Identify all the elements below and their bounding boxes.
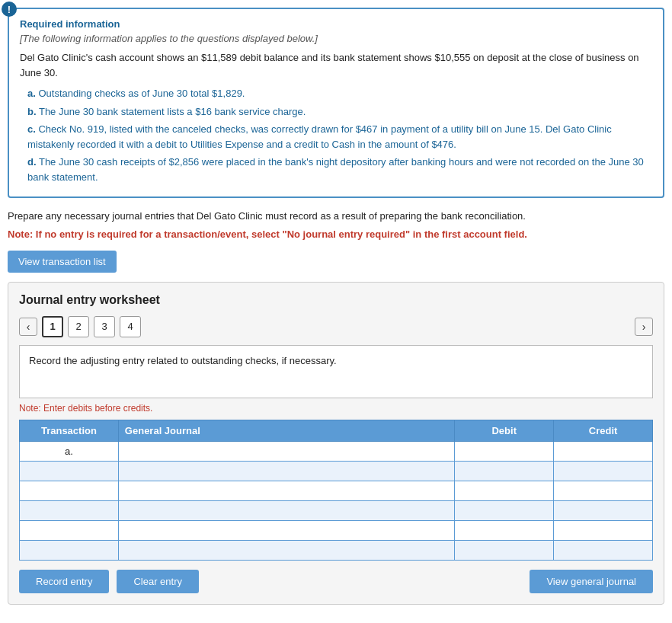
- debit-input[interactable]: [455, 462, 553, 481]
- journal-table: Transaction General Journal Debit Credit…: [19, 420, 653, 561]
- tab-2[interactable]: 2: [68, 316, 89, 337]
- debit-cell[interactable]: [455, 481, 554, 500]
- table-row: [20, 500, 653, 520]
- info-title: Required information: [20, 18, 652, 30]
- worksheet-description: Record the adjusting entry related to ou…: [19, 345, 653, 398]
- general-journal-cell[interactable]: [118, 540, 454, 560]
- credit-input[interactable]: [554, 541, 652, 560]
- credit-cell[interactable]: [554, 520, 653, 540]
- debit-cell[interactable]: [455, 461, 554, 481]
- transaction-cell: [20, 461, 119, 481]
- list-item-c: c. Check No. 919, listed with the cancel…: [27, 122, 652, 152]
- general-journal-input[interactable]: [119, 481, 454, 500]
- table-row: [20, 481, 653, 500]
- col-debit: Debit: [455, 420, 554, 441]
- general-journal-input[interactable]: [119, 442, 454, 461]
- worksheet-container: Journal entry worksheet ‹ 1 2 3 4 › Reco…: [8, 282, 664, 605]
- clear-entry-button[interactable]: Clear entry: [117, 570, 199, 593]
- tab-3[interactable]: 3: [94, 316, 115, 337]
- credit-cell[interactable]: [554, 441, 653, 461]
- tab-navigation: ‹ 1 2 3 4 ›: [19, 316, 653, 337]
- credit-cell[interactable]: [554, 481, 653, 500]
- credit-input[interactable]: [554, 442, 652, 461]
- debit-input[interactable]: [455, 481, 553, 500]
- view-transaction-button[interactable]: View transaction list: [8, 251, 117, 273]
- transaction-cell: [20, 520, 119, 540]
- debit-cell[interactable]: [455, 540, 554, 560]
- list-item-d: d. The June 30 cash receipts of $2,856 w…: [27, 155, 652, 184]
- transaction-cell: [20, 500, 119, 520]
- transaction-cell: [20, 540, 119, 560]
- note-debits: Note: Enter debits before credits.: [19, 403, 653, 414]
- table-row: a.: [20, 441, 653, 461]
- credit-input[interactable]: [554, 501, 652, 520]
- credit-input[interactable]: [554, 521, 652, 540]
- list-item-b: b. The June 30 bank statement lists a $1…: [27, 104, 652, 120]
- debit-cell[interactable]: [455, 520, 554, 540]
- credit-cell[interactable]: [554, 500, 653, 520]
- credit-cell[interactable]: [554, 540, 653, 560]
- general-journal-cell[interactable]: [118, 520, 454, 540]
- col-transaction: Transaction: [20, 420, 119, 441]
- table-row: [20, 461, 653, 481]
- credit-input[interactable]: [554, 481, 652, 500]
- instructions-note: Note: If no entry is required for a tran…: [8, 228, 664, 240]
- debit-cell[interactable]: [455, 441, 554, 461]
- info-box: ! Required information [The following in…: [8, 8, 664, 198]
- transaction-cell: [20, 481, 119, 500]
- transaction-cell: a.: [20, 441, 119, 461]
- general-journal-cell[interactable]: [118, 461, 454, 481]
- info-list: a. Outstanding checks as of June 30 tota…: [20, 86, 652, 184]
- general-journal-cell[interactable]: [118, 441, 454, 461]
- tab-1[interactable]: 1: [42, 316, 63, 337]
- list-item-a: a. Outstanding checks as of June 30 tota…: [27, 86, 652, 101]
- debit-input[interactable]: [455, 501, 553, 520]
- bottom-buttons: Record entry Clear entry View general jo…: [19, 570, 653, 593]
- credit-cell[interactable]: [554, 461, 653, 481]
- debit-cell[interactable]: [455, 500, 554, 520]
- record-entry-button[interactable]: Record entry: [19, 570, 109, 593]
- general-journal-cell[interactable]: [118, 500, 454, 520]
- tab-next-button[interactable]: ›: [635, 318, 653, 336]
- view-general-journal-button[interactable]: View general journal: [530, 570, 653, 593]
- general-journal-input[interactable]: [119, 501, 454, 520]
- col-general-journal: General Journal: [118, 420, 454, 441]
- table-row: [20, 520, 653, 540]
- general-journal-cell[interactable]: [118, 481, 454, 500]
- info-icon: !: [2, 2, 17, 17]
- debit-input[interactable]: [455, 442, 553, 461]
- tab-prev-button[interactable]: ‹: [19, 318, 37, 336]
- worksheet-title: Journal entry worksheet: [19, 293, 653, 307]
- general-journal-input[interactable]: [119, 462, 454, 481]
- credit-input[interactable]: [554, 462, 652, 481]
- tab-4[interactable]: 4: [120, 316, 141, 337]
- debit-input[interactable]: [455, 521, 553, 540]
- col-credit: Credit: [554, 420, 653, 441]
- info-subtitle: [The following information applies to th…: [20, 33, 652, 44]
- instructions-main: Prepare any necessary journal entries th…: [8, 209, 664, 224]
- general-journal-input[interactable]: [119, 541, 454, 560]
- table-row: [20, 540, 653, 560]
- general-journal-input[interactable]: [119, 521, 454, 540]
- debit-input[interactable]: [455, 541, 553, 560]
- info-body: Del Gato Clinic's cash account shows an …: [20, 50, 652, 80]
